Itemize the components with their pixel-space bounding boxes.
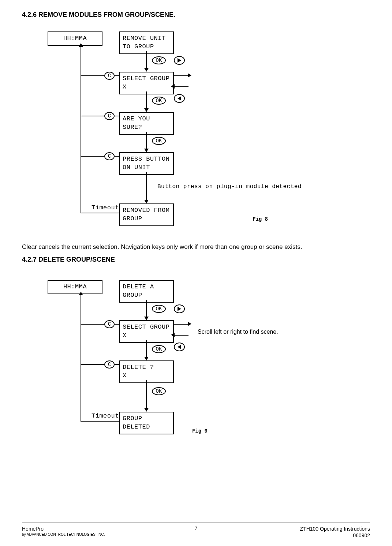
box-are-you-sure: ARE YOU SURE? [119, 112, 174, 135]
footer-doc: ZTH100 Operating Instructions [300, 526, 370, 532]
page-footer: HomePro by ADVANCED CONTROL TECHNOLOGIES… [22, 523, 370, 539]
box-remove-unit: REMOVE UNIT TO GROUP [119, 31, 174, 54]
scroll-note: Scroll left or right to find scene. [198, 329, 278, 335]
label-detected: Button press on plug-in module detected [157, 183, 302, 190]
section-427-title: 4.2.7 DELETE GROUP/SCENE [22, 256, 370, 263]
diagram-fig8: HH:MMA REMOVE UNIT TO GROUP OK SELECT GR… [48, 26, 340, 238]
c-button-3: C [104, 152, 115, 160]
ok-button-6: OK [152, 387, 166, 395]
label-timeout-1: Timeout [92, 204, 119, 211]
box-removed-from-group: REMOVED FROM GROUP [119, 203, 174, 226]
section-426-title: 4.2.6 REMOVE MODULES FROM GROUP/SCENE. [22, 11, 370, 19]
box-group-deleted: GROUP DELETED [119, 412, 174, 434]
nav-left-icon [174, 94, 185, 103]
fig-9-label: Fig 9 [192, 428, 208, 434]
ok-button-4: OK [152, 305, 166, 313]
footer-sub: by ADVANCED CONTROL TECHNOLOGIES, INC. [22, 532, 105, 537]
c-button-2: C [104, 112, 115, 120]
footer-brand: HomePro [22, 526, 105, 532]
nav-right-icon [174, 56, 185, 65]
nav-right-icon-2 [174, 304, 185, 313]
diagram-fig9: HH:MMA DELETE A GROUP OK SELECT GROUP X … [48, 274, 340, 468]
c-button-5: C [104, 360, 115, 369]
c-button-1: C [104, 72, 115, 80]
box-select-group-2: SELECT GROUP X [119, 320, 174, 343]
footer-date: 060902 [300, 532, 370, 539]
ok-button-3: OK [152, 137, 166, 145]
box-delete-group: DELETE A GROUP [119, 280, 174, 303]
footer-page: 7 [195, 526, 198, 531]
box-press-button: PRESS BUTTON ON UNIT [119, 152, 174, 175]
box-time-2: HH:MMA [48, 280, 102, 294]
ok-button-1: OK [152, 56, 166, 64]
fig-8-label: Fig 8 [253, 216, 268, 222]
label-timeout-2: Timeout [92, 412, 119, 419]
box-time: HH:MMA [48, 31, 102, 46]
box-delete-confirm: DELETE ? X [119, 360, 174, 383]
ok-button-2: OK [152, 97, 166, 105]
c-button-4: C [104, 320, 115, 328]
nav-left-icon-2 [174, 343, 185, 351]
ok-button-5: OK [152, 345, 166, 353]
clear-cancels-text: Clear cancels the current selection. Nav… [22, 243, 370, 251]
box-select-group: SELECT GROUP X [119, 72, 174, 94]
